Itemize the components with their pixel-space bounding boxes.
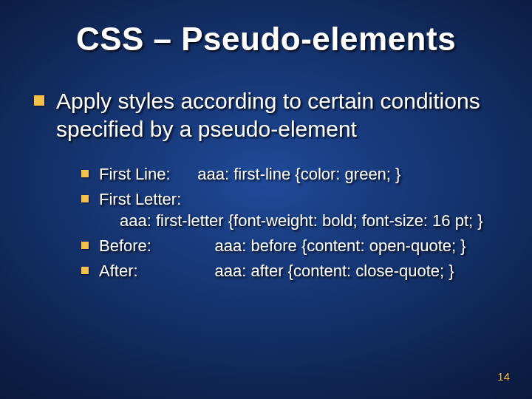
- bullet-level2-text: After: aaa: after {content: close-quote;…: [99, 260, 454, 282]
- bullet-level2: First Line: aaa: first-line {color: gree…: [81, 163, 502, 185]
- slide-title: CSS – Pseudo-elements: [0, 21, 532, 58]
- bullet-level2-group: First Line: aaa: first-line {color: gree…: [81, 163, 502, 282]
- bullet-level2-text: Before: aaa: before {content: open-quote…: [99, 235, 466, 257]
- square-bullet-icon: [34, 95, 44, 106]
- page-number: 14: [497, 370, 510, 383]
- square-bullet-icon: [81, 195, 89, 202]
- bullet-level2-text: First Line: aaa: first-line {color: gree…: [99, 163, 400, 185]
- bullet-level2: Before: aaa: before {content: open-quote…: [81, 235, 502, 257]
- square-bullet-icon: [81, 170, 89, 177]
- bullet-level2-text: First Letter:aaa: first-letter {font-wei…: [99, 188, 483, 232]
- bullet-level2: After: aaa: after {content: close-quote;…: [81, 260, 502, 282]
- bullet-level2: First Letter:aaa: first-letter {font-wei…: [81, 188, 502, 232]
- bullet-level1: Apply styles according to certain condit…: [34, 87, 502, 143]
- slide-body: Apply styles according to certain condit…: [34, 87, 502, 284]
- bullet-level1-text: Apply styles according to certain condit…: [56, 87, 502, 143]
- square-bullet-icon: [81, 267, 89, 274]
- slide: CSS – Pseudo-elements Apply styles accor…: [0, 0, 532, 399]
- square-bullet-icon: [81, 242, 89, 249]
